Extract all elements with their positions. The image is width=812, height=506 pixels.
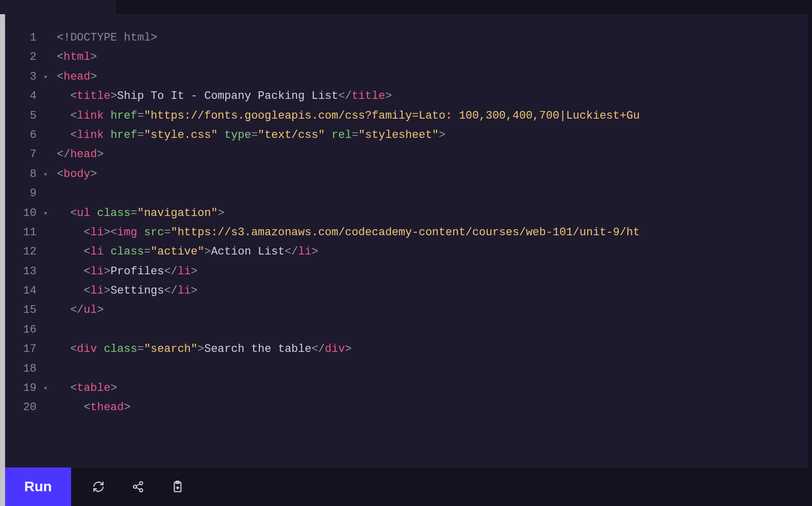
share-icon[interactable] <box>131 480 145 494</box>
svg-line-3 <box>137 484 140 486</box>
code-line[interactable]: <head> <box>57 67 812 87</box>
line-number[interactable]: 10▾ <box>5 204 57 223</box>
run-button[interactable]: Run <box>5 467 71 506</box>
code-line[interactable]: </head> <box>57 145 812 164</box>
line-number[interactable]: 12 <box>5 242 57 262</box>
code-line[interactable]: <ul class="navigation"> <box>57 204 812 223</box>
fold-marker-icon[interactable]: ▾ <box>42 204 48 223</box>
fold-marker-icon[interactable]: ▾ <box>42 165 48 184</box>
bottom-toolbar: Run <box>0 467 812 506</box>
line-number[interactable]: 3▾ <box>5 67 57 87</box>
left-margin <box>0 14 5 467</box>
fold-marker-icon[interactable]: ▾ <box>42 379 48 398</box>
line-number[interactable]: 6 <box>5 126 57 145</box>
line-number[interactable]: 4 <box>5 87 57 106</box>
code-line[interactable]: <li class="active">Action List</li> <box>57 242 812 262</box>
editor: 123▾45678▾910▾111213141516171819▾20 <!DO… <box>0 14 812 467</box>
code-line[interactable]: <html> <box>57 48 812 67</box>
line-number[interactable]: 19▾ <box>5 379 57 398</box>
svg-point-2 <box>140 489 143 492</box>
tab-active-area[interactable] <box>0 0 116 14</box>
refresh-icon[interactable] <box>91 480 106 494</box>
code-line[interactable]: <table> <box>57 379 812 398</box>
code-line[interactable]: <div class="search">Search the table</di… <box>57 340 812 359</box>
line-number[interactable]: 1 <box>5 28 57 48</box>
code-line[interactable]: <link href="style.css" type="text/css" r… <box>57 126 812 145</box>
toolbar-icons <box>91 480 185 494</box>
run-button-label: Run <box>24 479 52 495</box>
left-margin-bottom <box>0 467 5 506</box>
line-number[interactable]: 8▾ <box>5 165 57 184</box>
code-line[interactable] <box>57 320 812 340</box>
code-line[interactable] <box>57 184 812 203</box>
tab-bar <box>0 0 812 14</box>
line-number[interactable]: 14 <box>5 281 57 301</box>
line-number[interactable]: 11 <box>5 223 57 242</box>
line-number[interactable]: 15 <box>5 301 57 320</box>
svg-line-4 <box>137 488 140 490</box>
code-line[interactable]: <title>Ship To It - Company Packing List… <box>57 87 812 106</box>
code-area[interactable]: <!DOCTYPE html><html><head> <title>Ship … <box>57 14 812 467</box>
line-number[interactable]: 7 <box>5 145 57 164</box>
code-line[interactable]: <!DOCTYPE html> <box>57 28 812 48</box>
line-number[interactable]: 17 <box>5 340 57 359</box>
line-number[interactable]: 2 <box>5 48 57 67</box>
code-line[interactable]: <li>Profiles</li> <box>57 262 812 281</box>
line-number[interactable]: 5 <box>5 106 57 126</box>
code-line[interactable]: <li><img src="https://s3.amazonaws.com/c… <box>57 223 812 242</box>
code-line[interactable] <box>57 359 812 379</box>
code-line[interactable]: <link href="https://fonts.googleapis.com… <box>57 106 812 126</box>
code-line[interactable]: <thead> <box>57 398 812 417</box>
line-number[interactable]: 9 <box>5 184 57 203</box>
clipboard-icon[interactable] <box>171 480 185 494</box>
line-number[interactable]: 13 <box>5 262 57 281</box>
svg-point-0 <box>140 482 143 485</box>
line-number[interactable]: 18 <box>5 359 57 379</box>
code-line[interactable]: <li>Settings</li> <box>57 281 812 301</box>
gutter[interactable]: 123▾45678▾910▾111213141516171819▾20 <box>5 14 57 467</box>
line-number[interactable]: 20 <box>5 398 57 417</box>
code-line[interactable]: </ul> <box>57 301 812 320</box>
line-number[interactable]: 16 <box>5 320 57 340</box>
svg-point-1 <box>133 485 137 488</box>
vertical-scrollbar[interactable] <box>808 14 812 467</box>
code-line[interactable]: <body> <box>57 165 812 184</box>
fold-marker-icon[interactable]: ▾ <box>42 67 48 87</box>
